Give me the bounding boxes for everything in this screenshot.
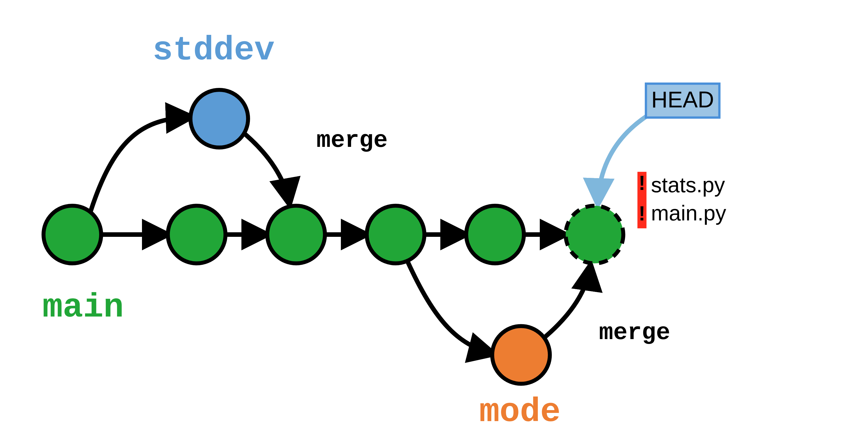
commit-main-2	[168, 206, 225, 263]
edge-main1-stddev	[90, 117, 191, 212]
commit-mode	[492, 326, 550, 384]
conflict-mark-1: !	[639, 171, 645, 194]
merge-label-stddev: merge	[316, 127, 388, 154]
git-diagram: HEAD ! ! stats.py main.py stddev main mo…	[0, 0, 868, 436]
branch-label-mode: mode	[479, 393, 561, 431]
commit-main-3	[267, 206, 325, 263]
commit-main-1	[43, 206, 101, 263]
working-copy	[566, 206, 623, 263]
commit-main-4	[367, 206, 424, 263]
conflict-mark-2: !	[639, 202, 645, 225]
edge-mode-merge	[542, 266, 590, 339]
branch-label-stddev: stddev	[153, 31, 275, 70]
head-label: HEAD	[651, 87, 714, 112]
edge-main4-mode	[407, 260, 493, 354]
edge-stddev-merge	[240, 130, 289, 204]
branch-label-main: main	[42, 288, 124, 327]
conflict-file-2: main.py	[651, 201, 726, 225]
commit-main-5	[466, 206, 524, 263]
commit-stddev	[190, 90, 248, 148]
merge-label-mode: merge	[599, 319, 670, 346]
conflict-file-1: stats.py	[651, 173, 725, 197]
